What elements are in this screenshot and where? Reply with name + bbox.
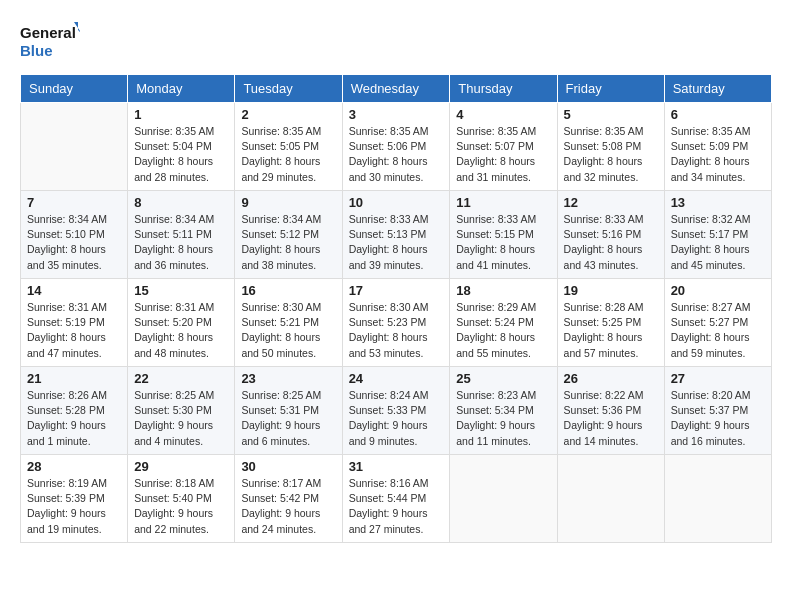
calendar-empty-cell xyxy=(21,103,128,191)
calendar-week-row: 21Sunrise: 8:26 AMSunset: 5:28 PMDayligh… xyxy=(21,367,772,455)
day-number: 22 xyxy=(134,371,228,386)
day-info: Sunrise: 8:26 AMSunset: 5:28 PMDaylight:… xyxy=(27,388,121,449)
day-number: 10 xyxy=(349,195,444,210)
calendar-table: SundayMondayTuesdayWednesdayThursdayFrid… xyxy=(20,74,772,543)
calendar-empty-cell xyxy=(557,455,664,543)
day-header-thursday: Thursday xyxy=(450,75,557,103)
calendar-day-cell: 13Sunrise: 8:32 AMSunset: 5:17 PMDayligh… xyxy=(664,191,771,279)
calendar-day-cell: 10Sunrise: 8:33 AMSunset: 5:13 PMDayligh… xyxy=(342,191,450,279)
calendar-day-cell: 7Sunrise: 8:34 AMSunset: 5:10 PMDaylight… xyxy=(21,191,128,279)
day-number: 20 xyxy=(671,283,765,298)
calendar-empty-cell xyxy=(450,455,557,543)
day-info: Sunrise: 8:25 AMSunset: 5:31 PMDaylight:… xyxy=(241,388,335,449)
day-header-saturday: Saturday xyxy=(664,75,771,103)
day-info: Sunrise: 8:19 AMSunset: 5:39 PMDaylight:… xyxy=(27,476,121,537)
calendar-day-cell: 27Sunrise: 8:20 AMSunset: 5:37 PMDayligh… xyxy=(664,367,771,455)
calendar-day-cell: 11Sunrise: 8:33 AMSunset: 5:15 PMDayligh… xyxy=(450,191,557,279)
calendar-day-cell: 28Sunrise: 8:19 AMSunset: 5:39 PMDayligh… xyxy=(21,455,128,543)
calendar-empty-cell xyxy=(664,455,771,543)
day-info: Sunrise: 8:25 AMSunset: 5:30 PMDaylight:… xyxy=(134,388,228,449)
calendar-day-cell: 25Sunrise: 8:23 AMSunset: 5:34 PMDayligh… xyxy=(450,367,557,455)
day-info: Sunrise: 8:23 AMSunset: 5:34 PMDaylight:… xyxy=(456,388,550,449)
day-info: Sunrise: 8:35 AMSunset: 5:05 PMDaylight:… xyxy=(241,124,335,185)
day-header-wednesday: Wednesday xyxy=(342,75,450,103)
svg-text:General: General xyxy=(20,24,76,41)
day-number: 8 xyxy=(134,195,228,210)
calendar-day-cell: 21Sunrise: 8:26 AMSunset: 5:28 PMDayligh… xyxy=(21,367,128,455)
day-number: 12 xyxy=(564,195,658,210)
day-number: 31 xyxy=(349,459,444,474)
day-info: Sunrise: 8:30 AMSunset: 5:23 PMDaylight:… xyxy=(349,300,444,361)
day-number: 7 xyxy=(27,195,121,210)
day-info: Sunrise: 8:18 AMSunset: 5:40 PMDaylight:… xyxy=(134,476,228,537)
day-header-tuesday: Tuesday xyxy=(235,75,342,103)
day-info: Sunrise: 8:17 AMSunset: 5:42 PMDaylight:… xyxy=(241,476,335,537)
day-info: Sunrise: 8:29 AMSunset: 5:24 PMDaylight:… xyxy=(456,300,550,361)
calendar-day-cell: 20Sunrise: 8:27 AMSunset: 5:27 PMDayligh… xyxy=(664,279,771,367)
calendar-day-cell: 15Sunrise: 8:31 AMSunset: 5:20 PMDayligh… xyxy=(128,279,235,367)
day-info: Sunrise: 8:16 AMSunset: 5:44 PMDaylight:… xyxy=(349,476,444,537)
day-info: Sunrise: 8:31 AMSunset: 5:20 PMDaylight:… xyxy=(134,300,228,361)
day-number: 14 xyxy=(27,283,121,298)
day-info: Sunrise: 8:34 AMSunset: 5:10 PMDaylight:… xyxy=(27,212,121,273)
day-number: 2 xyxy=(241,107,335,122)
day-number: 18 xyxy=(456,283,550,298)
day-number: 13 xyxy=(671,195,765,210)
day-number: 21 xyxy=(27,371,121,386)
calendar-day-cell: 14Sunrise: 8:31 AMSunset: 5:19 PMDayligh… xyxy=(21,279,128,367)
day-header-friday: Friday xyxy=(557,75,664,103)
day-info: Sunrise: 8:34 AMSunset: 5:12 PMDaylight:… xyxy=(241,212,335,273)
page: General Blue SundayMondayTuesdayWednesda… xyxy=(0,0,792,553)
day-info: Sunrise: 8:35 AMSunset: 5:07 PMDaylight:… xyxy=(456,124,550,185)
calendar-day-cell: 3Sunrise: 8:35 AMSunset: 5:06 PMDaylight… xyxy=(342,103,450,191)
calendar-day-cell: 9Sunrise: 8:34 AMSunset: 5:12 PMDaylight… xyxy=(235,191,342,279)
calendar-day-cell: 23Sunrise: 8:25 AMSunset: 5:31 PMDayligh… xyxy=(235,367,342,455)
calendar-day-cell: 17Sunrise: 8:30 AMSunset: 5:23 PMDayligh… xyxy=(342,279,450,367)
calendar-week-row: 7Sunrise: 8:34 AMSunset: 5:10 PMDaylight… xyxy=(21,191,772,279)
day-info: Sunrise: 8:20 AMSunset: 5:37 PMDaylight:… xyxy=(671,388,765,449)
day-number: 26 xyxy=(564,371,658,386)
day-info: Sunrise: 8:24 AMSunset: 5:33 PMDaylight:… xyxy=(349,388,444,449)
day-info: Sunrise: 8:35 AMSunset: 5:09 PMDaylight:… xyxy=(671,124,765,185)
day-info: Sunrise: 8:22 AMSunset: 5:36 PMDaylight:… xyxy=(564,388,658,449)
day-number: 28 xyxy=(27,459,121,474)
day-info: Sunrise: 8:33 AMSunset: 5:13 PMDaylight:… xyxy=(349,212,444,273)
calendar-week-row: 14Sunrise: 8:31 AMSunset: 5:19 PMDayligh… xyxy=(21,279,772,367)
calendar-day-cell: 29Sunrise: 8:18 AMSunset: 5:40 PMDayligh… xyxy=(128,455,235,543)
day-info: Sunrise: 8:35 AMSunset: 5:08 PMDaylight:… xyxy=(564,124,658,185)
day-info: Sunrise: 8:32 AMSunset: 5:17 PMDaylight:… xyxy=(671,212,765,273)
calendar-day-cell: 26Sunrise: 8:22 AMSunset: 5:36 PMDayligh… xyxy=(557,367,664,455)
day-info: Sunrise: 8:34 AMSunset: 5:11 PMDaylight:… xyxy=(134,212,228,273)
calendar-day-cell: 22Sunrise: 8:25 AMSunset: 5:30 PMDayligh… xyxy=(128,367,235,455)
calendar-day-cell: 16Sunrise: 8:30 AMSunset: 5:21 PMDayligh… xyxy=(235,279,342,367)
day-info: Sunrise: 8:35 AMSunset: 5:04 PMDaylight:… xyxy=(134,124,228,185)
logo: General Blue xyxy=(20,20,80,64)
day-info: Sunrise: 8:35 AMSunset: 5:06 PMDaylight:… xyxy=(349,124,444,185)
day-number: 27 xyxy=(671,371,765,386)
day-number: 6 xyxy=(671,107,765,122)
day-number: 23 xyxy=(241,371,335,386)
day-number: 1 xyxy=(134,107,228,122)
day-number: 17 xyxy=(349,283,444,298)
calendar-day-cell: 8Sunrise: 8:34 AMSunset: 5:11 PMDaylight… xyxy=(128,191,235,279)
day-number: 25 xyxy=(456,371,550,386)
day-number: 29 xyxy=(134,459,228,474)
logo-svg: General Blue xyxy=(20,20,80,64)
calendar-day-cell: 6Sunrise: 8:35 AMSunset: 5:09 PMDaylight… xyxy=(664,103,771,191)
day-number: 9 xyxy=(241,195,335,210)
day-info: Sunrise: 8:28 AMSunset: 5:25 PMDaylight:… xyxy=(564,300,658,361)
calendar-day-cell: 12Sunrise: 8:33 AMSunset: 5:16 PMDayligh… xyxy=(557,191,664,279)
day-number: 16 xyxy=(241,283,335,298)
day-number: 11 xyxy=(456,195,550,210)
calendar-day-cell: 19Sunrise: 8:28 AMSunset: 5:25 PMDayligh… xyxy=(557,279,664,367)
calendar-day-cell: 24Sunrise: 8:24 AMSunset: 5:33 PMDayligh… xyxy=(342,367,450,455)
day-info: Sunrise: 8:31 AMSunset: 5:19 PMDaylight:… xyxy=(27,300,121,361)
day-number: 24 xyxy=(349,371,444,386)
calendar-day-cell: 30Sunrise: 8:17 AMSunset: 5:42 PMDayligh… xyxy=(235,455,342,543)
day-header-sunday: Sunday xyxy=(21,75,128,103)
calendar-day-cell: 2Sunrise: 8:35 AMSunset: 5:05 PMDaylight… xyxy=(235,103,342,191)
svg-text:Blue: Blue xyxy=(20,42,53,59)
day-number: 15 xyxy=(134,283,228,298)
day-info: Sunrise: 8:30 AMSunset: 5:21 PMDaylight:… xyxy=(241,300,335,361)
calendar-week-row: 1Sunrise: 8:35 AMSunset: 5:04 PMDaylight… xyxy=(21,103,772,191)
